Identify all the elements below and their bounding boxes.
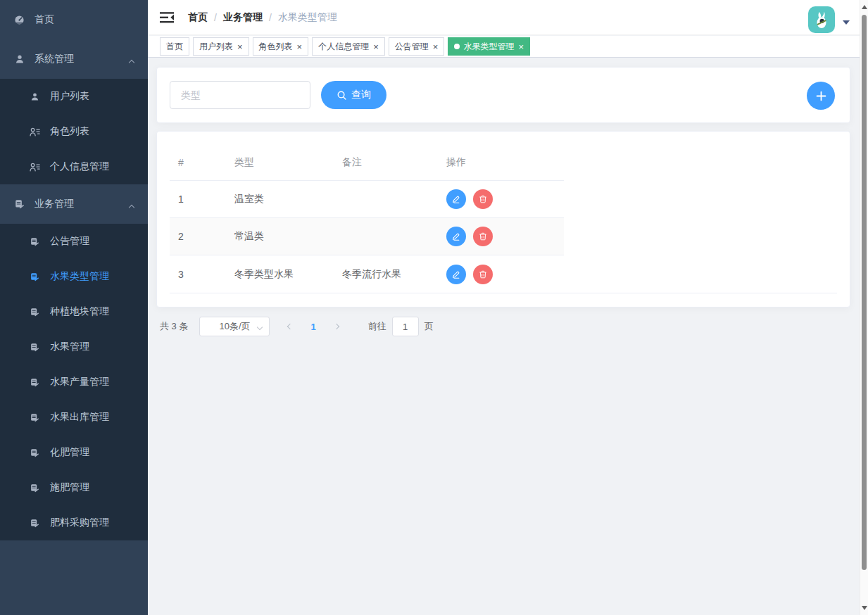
- sidebar-group-system-label: 系统管理: [34, 53, 74, 65]
- chevron-right-icon: [333, 324, 339, 329]
- edit-pencil-icon: [452, 232, 460, 241]
- sidebar-item-label: 化肥管理: [50, 446, 89, 459]
- delete-button[interactable]: [473, 227, 493, 246]
- table-row: 1 温室类: [170, 181, 564, 218]
- search-card: 查询: [156, 67, 850, 123]
- column-header-type: 类型: [226, 156, 332, 169]
- sidebar-item-user-list[interactable]: 用户列表: [0, 79, 148, 114]
- edit-button[interactable]: [446, 189, 466, 209]
- edit-button[interactable]: [446, 227, 466, 246]
- prev-page-button[interactable]: [288, 324, 292, 329]
- edit-pencil-icon: [452, 270, 460, 279]
- cell-remark: 冬季流行水果: [332, 268, 437, 281]
- sidebar-group-business[interactable]: 业务管理: [0, 184, 148, 224]
- chevron-down-icon: [257, 324, 263, 330]
- cell-type: 冬季类型水果: [226, 268, 332, 281]
- tab-user-list[interactable]: 用户列表 ×: [193, 37, 249, 56]
- tab-label: 水果类型管理: [463, 41, 514, 53]
- tab-close-icon[interactable]: ×: [237, 42, 243, 51]
- query-button[interactable]: 查询: [321, 81, 386, 109]
- tab-home[interactable]: 首页: [160, 37, 189, 56]
- page-size-select[interactable]: 10条/页: [199, 317, 270, 336]
- current-page-number[interactable]: 1: [310, 322, 315, 332]
- type-search-input[interactable]: [170, 81, 310, 109]
- sidebar-item-home[interactable]: 首页: [0, 0, 148, 39]
- system-submenu: 用户列表 角色列表 个人信息管理: [0, 79, 148, 184]
- sidebar-group-system[interactable]: 系统管理: [0, 39, 148, 79]
- document-edit-icon: [30, 518, 40, 528]
- sidebar-item-label: 水果产量管理: [50, 376, 109, 388]
- sidebar-item-label: 公告管理: [50, 235, 89, 248]
- sidebar-item-outbound[interactable]: 水果出库管理: [0, 400, 148, 435]
- top-navbar: 首页 / 业务管理 / 水果类型管理: [148, 0, 868, 35]
- page-size-value: 10条/页: [219, 320, 250, 333]
- breadcrumb-separator: /: [214, 12, 217, 23]
- column-header-index: #: [170, 157, 226, 168]
- tab-close-icon[interactable]: ×: [518, 42, 524, 51]
- cell-type: 温室类: [226, 193, 332, 205]
- document-edit-icon: [14, 199, 25, 210]
- sidebar: 首页 系统管理 用户列表 角色列表: [0, 0, 148, 615]
- edit-button[interactable]: [446, 265, 466, 284]
- scroll-up-arrow-icon[interactable]: [862, 5, 867, 9]
- scroll-down-arrow-icon[interactable]: [862, 606, 867, 610]
- breadcrumb-item-current: 水果类型管理: [278, 11, 337, 24]
- page-scrollbar[interactable]: [860, 0, 868, 615]
- breadcrumb-item-home[interactable]: 首页: [188, 11, 208, 24]
- active-tab-dot: [454, 44, 460, 49]
- sidebar-item-plot[interactable]: 种植地块管理: [0, 294, 148, 329]
- pagination-total: 共 3 条: [160, 320, 188, 333]
- collapse-sidebar-button[interactable]: [160, 11, 174, 24]
- sidebar-item-announcement[interactable]: 公告管理: [0, 224, 148, 259]
- goto-page-input[interactable]: [392, 317, 419, 336]
- add-button[interactable]: [807, 82, 835, 110]
- tab-close-icon[interactable]: ×: [433, 42, 439, 51]
- sidebar-item-fertilizer[interactable]: 化肥管理: [0, 435, 148, 470]
- sidebar-item-label: 个人信息管理: [50, 160, 109, 173]
- tab-fruit-type-active[interactable]: 水果类型管理 ×: [448, 37, 530, 56]
- document-edit-icon: [30, 307, 40, 317]
- tab-close-icon[interactable]: ×: [297, 42, 303, 51]
- main-content: 查询 # 类型 备注 操作 1 温室类: [148, 58, 868, 615]
- breadcrumb-item-business[interactable]: 业务管理: [223, 11, 263, 24]
- user-menu-caret-icon[interactable]: [843, 20, 850, 25]
- sidebar-item-purchase[interactable]: 肥料采购管理: [0, 505, 148, 540]
- tab-bar: 首页 用户列表 × 角色列表 × 个人信息管理 × 公告管理 × 水果类型管理 …: [148, 36, 868, 58]
- user-avatar[interactable]: [808, 6, 835, 33]
- sidebar-item-fruit-type[interactable]: 水果类型管理: [0, 259, 148, 294]
- chevron-up-icon: [130, 201, 134, 212]
- sidebar-item-label: 用户列表: [50, 90, 89, 103]
- next-page-button[interactable]: [334, 324, 339, 329]
- chevron-left-icon: [287, 324, 293, 329]
- sidebar-item-label: 水果类型管理: [50, 270, 109, 283]
- cell-actions: [437, 265, 564, 284]
- sidebar-item-label: 水果出库管理: [50, 411, 109, 424]
- document-edit-icon: [30, 236, 40, 247]
- dashboard-icon: [14, 15, 25, 25]
- sidebar-item-yield[interactable]: 水果产量管理: [0, 364, 148, 400]
- column-header-actions: 操作: [437, 156, 564, 169]
- scrollbar-thumb[interactable]: [862, 15, 867, 570]
- cell-index: 3: [170, 269, 226, 280]
- delete-button[interactable]: [473, 265, 493, 284]
- document-edit-icon: [30, 342, 40, 353]
- edit-pencil-icon: [452, 195, 460, 203]
- table-header-row: # 类型 备注 操作: [170, 145, 564, 181]
- sidebar-item-role-list[interactable]: 角色列表: [0, 114, 148, 149]
- cell-actions: [437, 227, 564, 246]
- tab-label: 角色列表: [259, 41, 293, 53]
- sidebar-item-fruit[interactable]: 水果管理: [0, 329, 148, 364]
- tab-label: 公告管理: [395, 41, 429, 53]
- sidebar-item-profile[interactable]: 个人信息管理: [0, 149, 148, 184]
- tab-profile[interactable]: 个人信息管理 ×: [312, 37, 385, 56]
- tab-close-icon[interactable]: ×: [373, 42, 379, 51]
- tab-role-list[interactable]: 角色列表 ×: [253, 37, 309, 56]
- trash-icon: [479, 195, 487, 203]
- sidebar-item-fertilization[interactable]: 施肥管理: [0, 470, 148, 505]
- search-icon: [336, 90, 347, 101]
- tab-announcement[interactable]: 公告管理 ×: [389, 37, 445, 56]
- delete-button[interactable]: [473, 189, 493, 209]
- chevron-up-icon: [130, 56, 134, 67]
- table-row: 2 常温类: [170, 218, 564, 255]
- sidebar-item-label: 肥料采购管理: [50, 516, 109, 529]
